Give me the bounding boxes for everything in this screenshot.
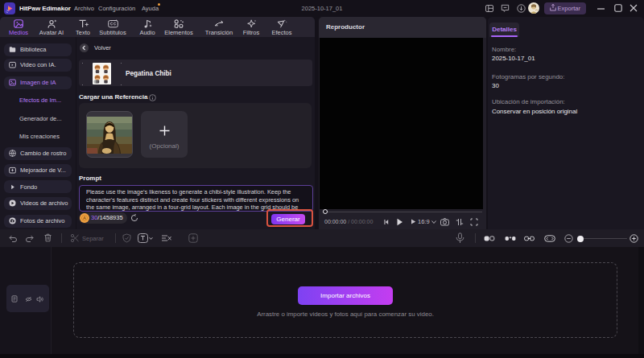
svg-text:A: A [83, 216, 86, 220]
